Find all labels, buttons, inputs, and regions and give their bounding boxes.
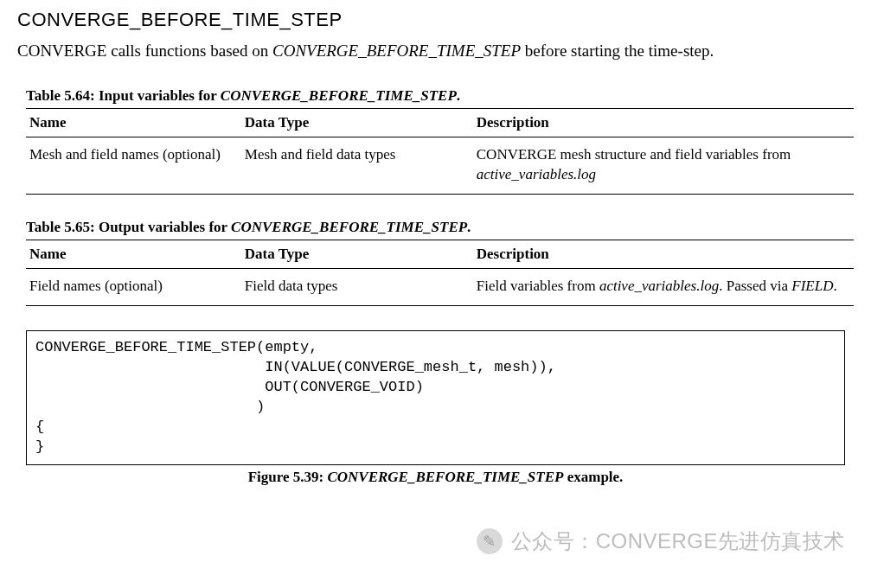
desc-pre: Field variables from [477, 278, 599, 294]
table-caption-input: Table 5.64: Input variables for CONVERGE… [26, 87, 854, 105]
section-body: CONVERGE calls functions based on CONVER… [17, 40, 854, 63]
th-type: Data Type [241, 240, 473, 269]
th-type: Data Type [241, 108, 473, 137]
fig-pre: Figure 5.39: [248, 469, 328, 485]
table-header-row: Name Data Type Description [26, 240, 854, 269]
desc-em2: FIELD [791, 278, 833, 294]
fig-post: example. [563, 469, 623, 485]
caption-pre: Table 5.65: Output variables for [26, 219, 231, 235]
desc-em: active_variables.log [599, 278, 719, 294]
td-name: Field names (optional) [26, 269, 241, 306]
fig-em: CONVERGE_BEFORE_TIME_STEP [327, 469, 563, 485]
table-row: Mesh and field names (optional) Mesh and… [26, 137, 854, 195]
td-name: Mesh and field names (optional) [26, 137, 241, 195]
table-row: Field names (optional) Field data types … [26, 269, 854, 306]
caption-em: CONVERGE_BEFORE_TIME_STEP [231, 219, 467, 235]
table-input-vars: Table 5.64: Input variables for CONVERGE… [26, 87, 854, 195]
th-desc: Description [473, 240, 854, 269]
output-table: Name Data Type Description Field names (… [26, 240, 854, 306]
body-text-post: before starting the time-step. [521, 42, 714, 60]
td-type: Field data types [241, 269, 473, 306]
th-name: Name [26, 240, 241, 269]
table-header-row: Name Data Type Description [26, 108, 854, 137]
caption-em: CONVERGE_BEFORE_TIME_STEP [221, 87, 457, 104]
code-example: CONVERGE_BEFORE_TIME_STEP(empty, IN(VALU… [26, 330, 845, 465]
th-desc: Description [473, 108, 854, 137]
caption-pre: Table 5.64: Input variables for [26, 87, 221, 104]
input-table: Name Data Type Description Mesh and fiel… [26, 108, 854, 195]
figure-caption: Figure 5.39: CONVERGE_BEFORE_TIME_STEP e… [17, 469, 854, 486]
td-desc: Field variables from active_variables.lo… [473, 269, 854, 306]
th-name: Name [26, 108, 241, 137]
td-type: Mesh and field data types [241, 137, 473, 195]
body-text-pre: CONVERGE calls functions based on [17, 42, 272, 60]
desc-mid: . Passed via [719, 278, 791, 294]
td-desc: CONVERGE mesh structure and field variab… [473, 137, 854, 195]
table-output-vars: Table 5.65: Output variables for CONVERG… [26, 219, 854, 306]
body-text-em: CONVERGE_BEFORE_TIME_STEP [272, 42, 521, 60]
section-title: CONVERGE_BEFORE_TIME_STEP [17, 9, 854, 31]
caption-post: . [457, 87, 460, 104]
desc-em: active_variables.log [477, 166, 596, 182]
desc-post: . [833, 278, 836, 294]
desc-pre: CONVERGE mesh structure and field variab… [477, 146, 791, 163]
caption-post: . [467, 219, 471, 235]
table-caption-output: Table 5.65: Output variables for CONVERG… [26, 219, 854, 236]
